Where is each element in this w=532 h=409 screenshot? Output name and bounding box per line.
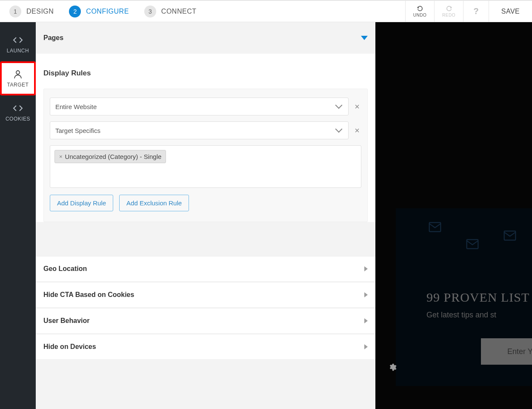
envelope-icon bbox=[503, 229, 517, 242]
svg-rect-3 bbox=[504, 231, 516, 240]
step-design[interactable]: 1 DESIGN bbox=[9, 6, 54, 17]
rail-item-target[interactable]: TARGET bbox=[0, 61, 36, 95]
step-label: DESIGN bbox=[26, 8, 54, 15]
rail-label: COOKIES bbox=[6, 116, 30, 122]
undo-icon bbox=[417, 5, 423, 12]
svg-rect-1 bbox=[429, 222, 441, 231]
rail-item-cookies[interactable]: COOKIES bbox=[0, 95, 36, 130]
person-icon bbox=[13, 69, 23, 79]
email-placeholder: Enter Your E bbox=[507, 347, 532, 356]
step-connect[interactable]: 3 CONNECT bbox=[144, 6, 197, 17]
remove-tag-icon[interactable]: × bbox=[59, 153, 63, 160]
redo-icon bbox=[446, 5, 452, 12]
topbar: 1 DESIGN 2 CONFIGURE 3 CONNECT UNDO REDO… bbox=[0, 0, 532, 22]
section-toggle-devices[interactable]: Hide on Devices bbox=[36, 334, 375, 359]
code-icon bbox=[13, 103, 23, 113]
undo-label: UNDO bbox=[413, 13, 426, 17]
section-title: Geo Location bbox=[43, 265, 87, 273]
section-title: User Behavior bbox=[43, 317, 90, 325]
redo-label: REDO bbox=[442, 13, 455, 17]
rail-label: TARGET bbox=[7, 82, 29, 88]
section-toggle-cookies[interactable]: Hide CTA Based on Cookies bbox=[36, 282, 375, 307]
remove-rule-button[interactable]: × bbox=[353, 126, 361, 135]
add-display-rule-button[interactable]: Add Display Rule bbox=[50, 195, 113, 211]
step-configure[interactable]: 2 CONFIGURE bbox=[69, 6, 129, 17]
rule-row: Entire Website × bbox=[50, 98, 361, 115]
select-value: Target Specifics bbox=[55, 127, 100, 134]
left-rail: LAUNCH TARGET COOKIES bbox=[0, 22, 36, 409]
section-toggle-geo[interactable]: Geo Location bbox=[36, 256, 375, 281]
display-rules-card: Entire Website × Target Specifics × × bbox=[43, 89, 368, 222]
tag-label: Uncategorized (Category) - Single bbox=[65, 153, 162, 160]
chevron-down-icon bbox=[361, 36, 368, 40]
save-button[interactable]: SAVE bbox=[489, 1, 532, 22]
step-label: CONFIGURE bbox=[86, 8, 129, 15]
gear-icon[interactable] bbox=[388, 363, 397, 372]
help-icon: ? bbox=[473, 6, 478, 16]
rule-buttons: Add Display Rule Add Exclusion Rule bbox=[50, 195, 361, 211]
section-pages-body: Display Rules Entire Website × Target Sp… bbox=[36, 54, 375, 222]
step-number: 1 bbox=[9, 6, 21, 17]
display-rules-title: Display Rules bbox=[43, 69, 368, 78]
rule-select-entire-website[interactable]: Entire Website bbox=[50, 98, 349, 115]
save-label: SAVE bbox=[501, 8, 520, 15]
decorative-icons bbox=[426, 220, 532, 251]
tag-uncategorized[interactable]: × Uncategorized (Category) - Single bbox=[54, 150, 166, 163]
rail-label: LAUNCH bbox=[7, 48, 29, 54]
email-input[interactable]: Enter Your E bbox=[481, 338, 532, 365]
preview-canvas: 99 PROVEN LIST BUIL Get latest tips and … bbox=[375, 22, 532, 409]
step-label: CONNECT bbox=[161, 8, 197, 15]
chevron-right-icon bbox=[364, 318, 368, 323]
envelope-icon bbox=[428, 220, 442, 234]
popup-preview: 99 PROVEN LIST BUIL Get latest tips and … bbox=[396, 208, 532, 386]
layout: LAUNCH TARGET COOKIES Pages Display Rule… bbox=[0, 22, 532, 409]
chevron-right-icon bbox=[364, 266, 368, 271]
section-hide-cta-cookies: Hide CTA Based on Cookies bbox=[36, 282, 375, 307]
popup-heading: 99 PROVEN LIST BUIL bbox=[426, 290, 532, 305]
chevron-down-icon bbox=[335, 126, 343, 133]
add-exclusion-rule-button[interactable]: Add Exclusion Rule bbox=[119, 195, 189, 211]
topbar-actions: UNDO REDO ? SAVE bbox=[405, 1, 532, 22]
specifics-tag-input[interactable]: × Uncategorized (Category) - Single bbox=[50, 145, 361, 188]
chevron-down-icon bbox=[335, 102, 343, 109]
svg-point-0 bbox=[16, 71, 20, 74]
section-user-behavior: User Behavior bbox=[36, 308, 375, 333]
section-pages-toggle[interactable]: Pages bbox=[36, 22, 375, 54]
step-number: 3 bbox=[144, 6, 156, 17]
wizard-steps: 1 DESIGN 2 CONFIGURE 3 CONNECT bbox=[0, 6, 196, 17]
spacer bbox=[36, 235, 375, 255]
help-button[interactable]: ? bbox=[463, 1, 489, 22]
config-panel: Pages Display Rules Entire Website × Tar… bbox=[36, 22, 375, 409]
rule-select-target-specifics[interactable]: Target Specifics bbox=[50, 121, 349, 139]
code-icon bbox=[13, 35, 23, 45]
step-number: 2 bbox=[69, 6, 81, 17]
popup-subheading: Get latest tips and st bbox=[426, 311, 532, 320]
rule-row: Target Specifics × bbox=[50, 121, 361, 139]
section-geo-location: Geo Location bbox=[36, 256, 375, 281]
chevron-right-icon bbox=[364, 344, 368, 349]
section-title: Hide on Devices bbox=[43, 343, 96, 351]
section-hide-devices: Hide on Devices bbox=[36, 334, 375, 359]
select-value: Entire Website bbox=[55, 103, 97, 110]
section-title: Pages bbox=[43, 34, 63, 42]
svg-rect-2 bbox=[467, 239, 478, 248]
rail-item-launch[interactable]: LAUNCH bbox=[0, 27, 36, 61]
redo-button[interactable]: REDO bbox=[434, 1, 463, 22]
undo-button[interactable]: UNDO bbox=[405, 1, 434, 22]
section-title: Hide CTA Based on Cookies bbox=[43, 291, 134, 299]
section-toggle-behavior[interactable]: User Behavior bbox=[36, 308, 375, 333]
chevron-right-icon bbox=[364, 292, 368, 297]
envelope-icon bbox=[466, 237, 479, 251]
remove-rule-button[interactable]: × bbox=[353, 102, 361, 112]
